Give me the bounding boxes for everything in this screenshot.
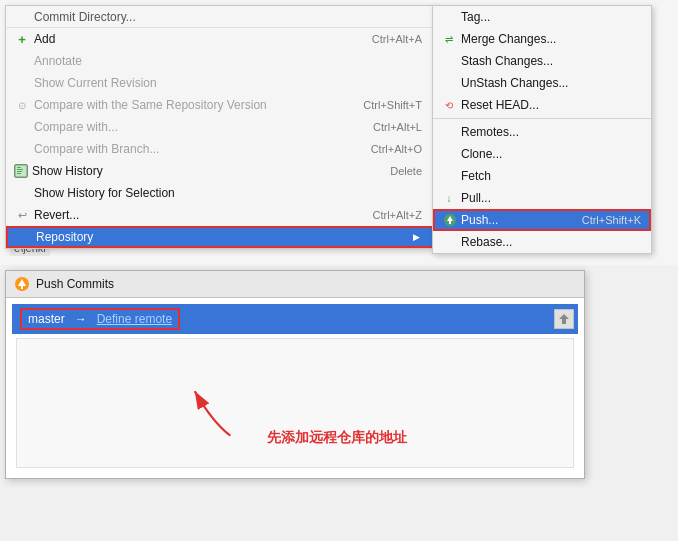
menu-item-clone[interactable]: Clone...	[433, 143, 651, 165]
pull-icon: ↓	[441, 190, 457, 206]
menu-item-show-current-revision: Show Current Revision	[6, 72, 434, 94]
push-small-button[interactable]	[554, 309, 574, 329]
menu-item-tag[interactable]: Tag...	[433, 6, 651, 28]
branch-name: master	[28, 312, 65, 326]
menu-item-commit-dir[interactable]: Commit Directory...	[6, 6, 434, 28]
arrow-annotation	[177, 369, 257, 452]
svg-rect-3	[17, 171, 22, 172]
compare-with-icon	[14, 119, 30, 135]
repository-arrow: ▶	[413, 232, 420, 242]
left-context-menu: Commit Directory... + Add Ctrl+Alt+A Ann…	[5, 5, 435, 249]
reset-icon: ⟲	[441, 97, 457, 113]
tag-icon	[441, 9, 457, 25]
fetch-icon	[441, 168, 457, 184]
merge-icon: ⇌	[441, 31, 457, 47]
context-menu-area: Commit Directory... + Add Ctrl+Alt+A Ann…	[0, 0, 678, 265]
menu-item-pull[interactable]: ↓ Pull...	[433, 187, 651, 209]
history-selection-icon	[14, 185, 30, 201]
push-icon	[443, 213, 457, 227]
svg-rect-10	[21, 286, 23, 289]
annotate-icon	[14, 53, 30, 69]
menu-item-show-history[interactable]: Show History Delete	[6, 160, 434, 182]
menu-item-compare-same-repo: ⊙ Compare with the Same Repository Versi…	[6, 94, 434, 116]
commit-dir-icon	[14, 9, 30, 25]
compare-same-icon: ⊙	[14, 97, 30, 113]
menu-item-rebase[interactable]: Rebase...	[433, 231, 651, 253]
branch-arrow-separator: →	[75, 312, 87, 326]
define-remote-link[interactable]: Define remote	[97, 312, 172, 326]
menu-item-merge-changes[interactable]: ⇌ Merge Changes...	[433, 28, 651, 50]
menu-item-revert[interactable]: ↩ Revert... Ctrl+Alt+Z	[6, 204, 434, 226]
history-icon	[14, 164, 28, 178]
menu-item-fetch[interactable]: Fetch	[433, 165, 651, 187]
compare-branch-icon	[14, 141, 30, 157]
revert-icon: ↩	[14, 207, 30, 223]
menu-item-repository[interactable]: Repository ▶	[6, 226, 434, 248]
menu-item-compare-with: Compare with... Ctrl+Alt+L	[6, 116, 434, 138]
right-context-menu: Tag... ⇌ Merge Changes... Stash Changes.…	[432, 5, 652, 254]
dialog-body: 先添加远程仓库的地址	[16, 338, 574, 468]
menu-item-reset-head[interactable]: ⟲ Reset HEAD...	[433, 94, 651, 116]
menu-item-push[interactable]: Push... Ctrl+Shift+K	[433, 209, 651, 231]
branch-row-wrapper: master → Define remote	[20, 308, 180, 330]
menu-item-add[interactable]: + Add Ctrl+Alt+A	[6, 28, 434, 50]
current-revision-icon	[14, 75, 30, 91]
menu-item-unstash-changes[interactable]: UnStash Changes...	[433, 72, 651, 94]
menu-item-remotes[interactable]: Remotes...	[433, 121, 651, 143]
separator-1	[433, 118, 651, 119]
annotation-text: 先添加远程仓库的地址	[267, 429, 407, 447]
dialog-title-text: Push Commits	[36, 277, 114, 291]
dialog-push-icon	[14, 276, 30, 292]
svg-marker-11	[559, 314, 569, 324]
stash-icon	[441, 53, 457, 69]
add-icon: +	[14, 31, 30, 47]
svg-rect-7	[449, 221, 451, 224]
clone-icon	[441, 146, 457, 162]
dialog-content: master → Define remote	[6, 298, 584, 478]
push-commits-dialog: Push Commits master → Define remote	[5, 270, 585, 479]
svg-rect-4	[17, 173, 21, 174]
menu-item-compare-branch: Compare with Branch... Ctrl+Alt+O	[6, 138, 434, 160]
repository-icon	[16, 229, 32, 245]
rebase-icon	[441, 234, 457, 250]
menu-item-show-history-selection[interactable]: Show History for Selection	[6, 182, 434, 204]
menu-item-annotate: Annotate	[6, 50, 434, 72]
push-shortcut: Ctrl+Shift+K	[582, 209, 641, 231]
svg-rect-2	[17, 169, 23, 170]
menu-item-stash-changes[interactable]: Stash Changes...	[433, 50, 651, 72]
remotes-icon	[441, 124, 457, 140]
svg-rect-1	[17, 167, 21, 168]
unstash-icon	[441, 75, 457, 91]
dialog-title-bar: Push Commits	[6, 271, 584, 298]
